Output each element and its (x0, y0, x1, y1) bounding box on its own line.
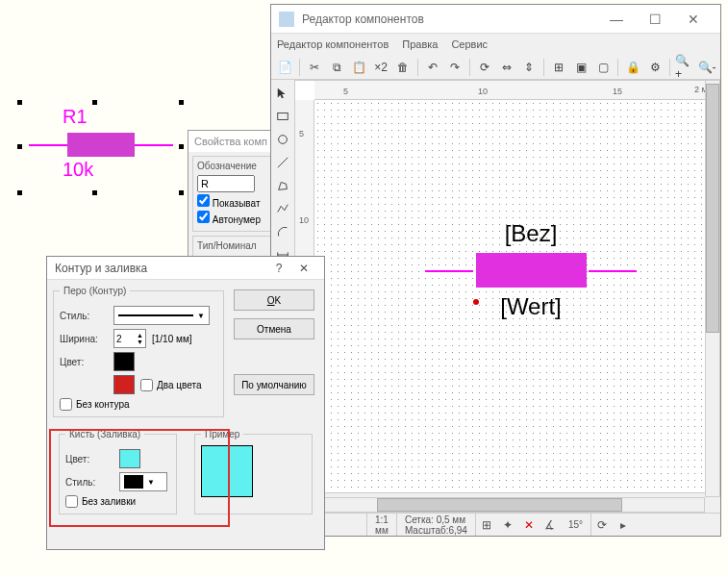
selection-handle[interactable] (92, 100, 97, 105)
component-preview[interactable]: [Bez] [Wert] (425, 220, 637, 320)
editor-canvas[interactable]: 5 10 15 2 мм 5 10 15 [Bez] [Wert] (294, 80, 720, 493)
resistor-value[interactable]: 10k (63, 159, 93, 181)
dialog-close-button[interactable]: ✕ (291, 262, 316, 275)
pointer-tool-icon[interactable] (273, 84, 292, 103)
svg-point-1 (279, 136, 288, 144)
vertical-scrollbar[interactable] (705, 80, 720, 497)
arc-tool-icon[interactable] (273, 222, 292, 241)
editor-title-text: Редактор компонентов (302, 13, 597, 26)
contour-fill-dialog: Контур и заливка ? ✕ OOKK Отмена По умол… (46, 256, 325, 550)
two-colors-checkbox[interactable]: Два цвета (140, 379, 202, 391)
pen-color2-swatch[interactable] (113, 375, 135, 394)
ok-button[interactable]: OOKK (234, 289, 314, 311)
menu-edit[interactable]: Правка (402, 38, 438, 50)
new-icon[interactable]: 📄 (275, 58, 294, 77)
polygon-tool-icon[interactable] (273, 176, 292, 195)
back-icon[interactable]: ▢ (593, 58, 613, 77)
angle-icon[interactable]: ∡ (540, 518, 561, 532)
app-icon (279, 12, 294, 27)
selection-handle[interactable] (92, 190, 97, 195)
lock-icon[interactable]: 🔒 (623, 58, 642, 77)
rotate-status-icon[interactable]: ⟳ (591, 518, 613, 532)
toolbar: 📄 ✂ ⧉ 📋 ×2 🗑 ↶ ↷ ⟳ ⇔ ⇕ ⊞ ▣ ▢ 🔒 ⚙ 🔍+ 🔍- (271, 55, 720, 80)
highlight-annotation (49, 429, 230, 527)
maximize-button[interactable]: ☐ (636, 12, 674, 27)
statusbar: 1:1мм Сетка: 0,5 ммМасштаб:6,94 ⊞ ✦ ✕ ∡ … (271, 513, 720, 536)
schematic-resistor[interactable]: R1 10k (19, 106, 183, 202)
status-grid-scale: Сетка: 0,5 ммМасштаб:6,94 (397, 514, 476, 536)
copy-icon[interactable]: ⧉ (327, 58, 346, 77)
rotate-icon[interactable]: ⟳ (475, 58, 494, 77)
default-button[interactable]: По умолчанию (234, 374, 314, 395)
chevron-right-icon[interactable]: ▸ (613, 518, 634, 532)
editor-titlebar[interactable]: Редактор компонентов — ☐ ✕ (271, 5, 720, 34)
component-body[interactable] (476, 253, 587, 288)
redo-icon[interactable]: ↷ (445, 58, 464, 77)
svg-line-2 (278, 158, 289, 168)
minimize-button[interactable]: — (597, 12, 636, 27)
cut-icon[interactable]: ✂ (305, 58, 324, 77)
selection-handle[interactable] (17, 144, 22, 149)
status-ratio: 1:1мм (367, 514, 397, 536)
svg-rect-0 (278, 113, 289, 120)
undo-icon[interactable]: ↶ (423, 58, 442, 77)
ruler-horizontal: 5 10 15 2 мм (314, 81, 719, 100)
component-wire-right (589, 270, 637, 272)
delete-icon[interactable]: 🗑 (393, 58, 413, 77)
menu-components[interactable]: Редактор компонентов (277, 38, 389, 50)
zoom-in-icon[interactable]: 🔍+ (675, 58, 694, 77)
component-top-label[interactable]: [Bez] (425, 220, 637, 247)
resistor-wire-right (135, 144, 173, 146)
grid-icon[interactable]: ⊞ (476, 518, 497, 532)
rect-tool-icon[interactable] (273, 107, 292, 126)
cancel-button[interactable]: Отмена (234, 318, 314, 339)
menu-service[interactable]: Сервис (451, 38, 488, 50)
status-angle: 15° (561, 514, 591, 536)
settings-icon[interactable]: ⚙ (645, 58, 665, 77)
zoom-out-icon[interactable]: 🔍- (697, 58, 716, 77)
dialog-title: Контур и заливка (55, 262, 266, 275)
pen-color-swatch[interactable] (113, 352, 135, 371)
paste-icon[interactable]: 📋 (349, 58, 368, 77)
line-tool-icon[interactable] (273, 153, 292, 172)
no-contour-checkbox[interactable]: Без контура (60, 398, 217, 411)
canvas-grid[interactable]: [Bez] [Wert] (314, 100, 719, 492)
selection-handle[interactable] (17, 100, 22, 105)
help-button[interactable]: ? (266, 262, 291, 275)
connections-icon[interactable]: ✕ (518, 518, 540, 532)
selection-handle[interactable] (179, 190, 184, 195)
front-icon[interactable]: ▣ (571, 58, 590, 77)
component-editor-window: Редактор компонентов — ☐ ✕ Редактор комп… (270, 4, 721, 537)
resistor-wire-left (29, 144, 67, 146)
horizontal-scrollbar[interactable] (294, 497, 705, 513)
flip-v-icon[interactable]: ⇕ (519, 58, 539, 77)
pen-group: Перо (Контур) Стиль: ▼ Ширина: 2▲▼ [1/10… (53, 286, 224, 417)
duplicate-icon[interactable]: ×2 (371, 58, 390, 77)
flip-h-icon[interactable]: ⇔ (497, 58, 516, 77)
polyline-tool-icon[interactable] (273, 199, 292, 218)
pen-width-spin[interactable]: 2▲▼ (113, 329, 146, 348)
close-button[interactable]: ✕ (674, 12, 713, 27)
snap-icon[interactable]: ✦ (497, 518, 518, 532)
origin-marker (473, 299, 479, 305)
resistor-body[interactable] (67, 133, 135, 157)
selection-handle[interactable] (179, 100, 184, 105)
component-wire-left (425, 270, 473, 272)
designator-input[interactable] (197, 175, 255, 192)
selection-handle[interactable] (17, 190, 22, 195)
selection-handle[interactable] (179, 144, 184, 149)
menubar: Редактор компонентов Правка Сервис (271, 34, 720, 55)
resistor-designator[interactable]: R1 (63, 106, 88, 128)
circle-tool-icon[interactable] (273, 130, 292, 149)
dialog-titlebar[interactable]: Контур и заливка ? ✕ (47, 257, 324, 280)
component-bottom-label[interactable]: [Wert] (425, 293, 637, 320)
group-icon[interactable]: ⊞ (549, 58, 568, 77)
pen-style-combo[interactable]: ▼ (113, 306, 210, 325)
